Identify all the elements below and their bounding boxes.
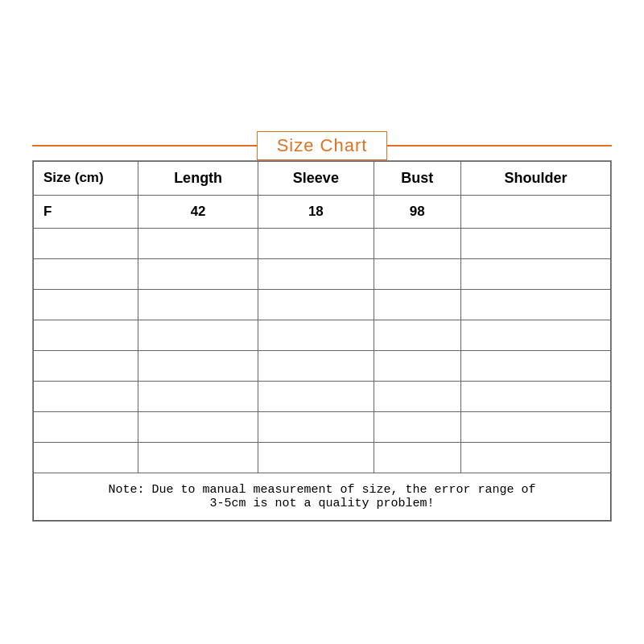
cell-shoulder [460, 258, 610, 289]
cell-sleeve [258, 228, 374, 258]
cell-length [138, 442, 258, 473]
header-sleeve: Sleeve [258, 161, 374, 195]
cell-bust: 98 [374, 195, 460, 228]
cell-bust [374, 350, 460, 381]
cell-length [138, 350, 258, 381]
cell-sleeve [258, 320, 374, 350]
size-table: Size (cm) Length Sleeve Bust Shoulder F4… [33, 161, 611, 521]
cell-size [34, 228, 138, 258]
table-row [34, 289, 611, 320]
cell-shoulder [460, 289, 610, 320]
cell-length: 42 [138, 195, 258, 228]
note-row: Note: Due to manual measurement of size,… [34, 473, 611, 520]
cell-shoulder [460, 228, 610, 258]
header-bust: Bust [374, 161, 460, 195]
cell-bust [374, 381, 460, 411]
header-shoulder: Shoulder [460, 161, 610, 195]
cell-length [138, 228, 258, 258]
cell-bust [374, 411, 460, 442]
cell-sleeve: 18 [258, 195, 374, 228]
table-row [34, 381, 611, 411]
cell-length [138, 289, 258, 320]
table-row: F421898 [34, 195, 611, 228]
header-size: Size (cm) [34, 161, 138, 195]
cell-bust [374, 320, 460, 350]
cell-sleeve [258, 442, 374, 473]
cell-shoulder [460, 381, 610, 411]
cell-bust [374, 228, 460, 258]
cell-shoulder [460, 411, 610, 442]
table-header-row: Size (cm) Length Sleeve Bust Shoulder [34, 161, 611, 195]
size-chart-wrapper: Size Chart Size (cm) Length Sleeve Bust … [32, 123, 612, 522]
cell-length [138, 320, 258, 350]
cell-sleeve [258, 411, 374, 442]
table-row [34, 228, 611, 258]
title-line-left [32, 145, 257, 147]
cell-size [34, 320, 138, 350]
cell-bust [374, 258, 460, 289]
cell-length [138, 258, 258, 289]
chart-title-row: Size Chart [32, 123, 612, 160]
table-row [34, 442, 611, 473]
chart-title: Size Chart [277, 135, 368, 155]
title-line-right [387, 145, 612, 147]
cell-length [138, 381, 258, 411]
table-row [34, 258, 611, 289]
cell-bust [374, 289, 460, 320]
table-row [34, 350, 611, 381]
cell-size: F [34, 195, 138, 228]
table-row [34, 320, 611, 350]
cell-size [34, 350, 138, 381]
cell-sleeve [258, 289, 374, 320]
cell-sleeve [258, 258, 374, 289]
cell-sleeve [258, 381, 374, 411]
cell-bust [374, 442, 460, 473]
cell-size [34, 442, 138, 473]
note-text: Note: Due to manual measurement of size,… [34, 473, 611, 520]
table-container: Size (cm) Length Sleeve Bust Shoulder F4… [32, 160, 612, 522]
header-length: Length [138, 161, 258, 195]
cell-size [34, 381, 138, 411]
cell-length [138, 411, 258, 442]
cell-sleeve [258, 350, 374, 381]
cell-shoulder [460, 350, 610, 381]
cell-shoulder [460, 320, 610, 350]
table-row [34, 411, 611, 442]
cell-shoulder [460, 195, 610, 228]
cell-shoulder [460, 442, 610, 473]
cell-size [34, 258, 138, 289]
title-box: Size Chart [257, 131, 388, 160]
cell-size [34, 411, 138, 442]
cell-size [34, 289, 138, 320]
